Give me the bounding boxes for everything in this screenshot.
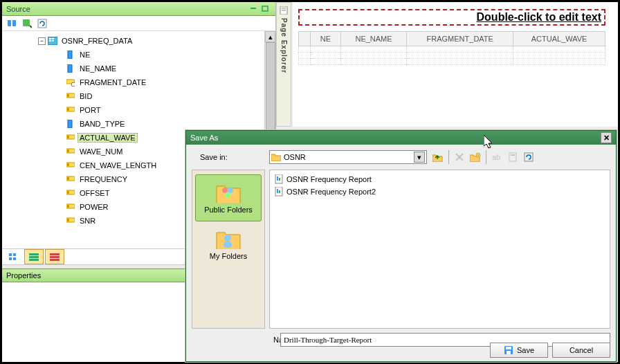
rename-icon: ab bbox=[490, 150, 504, 164]
svg-rect-2 bbox=[8, 20, 11, 26]
file-item[interactable]: OSNR Frequency Report bbox=[273, 173, 607, 185]
column-icon bbox=[66, 216, 75, 226]
table-row[interactable] bbox=[299, 53, 605, 59]
sidebar-folder-label: My Folders bbox=[195, 252, 262, 260]
file-item-label: OSNR Frequency Report2 bbox=[286, 188, 376, 196]
tree-item-label: FRAGMENT_DATE bbox=[78, 78, 148, 87]
table-column-header[interactable]: ACTUAL_WAVE bbox=[513, 32, 605, 46]
tree-item[interactable]: BAND_TYPE bbox=[3, 117, 274, 131]
column-icon bbox=[66, 119, 75, 129]
restore-button[interactable] bbox=[260, 4, 271, 14]
report-table[interactable]: NENE_NAMEFRAGMENT_DATEACTUAL_WAVE bbox=[298, 31, 605, 65]
refresh-icon[interactable] bbox=[522, 150, 536, 164]
svg-point-52 bbox=[222, 188, 228, 193]
title-placeholder-area[interactable]: Double-click to edit text bbox=[298, 9, 605, 26]
title-placeholder-text: Double-click to edit text bbox=[477, 11, 601, 23]
cancel-button-label: Cancel bbox=[569, 346, 593, 354]
collapse-icon[interactable]: − bbox=[38, 37, 46, 45]
save-button[interactable]: Save bbox=[490, 343, 548, 358]
svg-rect-29 bbox=[67, 191, 69, 194]
table-corner bbox=[299, 32, 311, 46]
tab-source-3[interactable] bbox=[45, 249, 64, 264]
svg-rect-41 bbox=[50, 253, 60, 255]
minimize-button[interactable] bbox=[248, 4, 259, 14]
saveas-dialog: Save As ✕ Save in: OSNR ▾ bbox=[185, 130, 617, 362]
tree-item[interactable]: PORT bbox=[3, 103, 274, 117]
tree-root-label: OSNR_FREQ_DATA bbox=[60, 36, 134, 46]
table-icon bbox=[48, 36, 57, 46]
saveas-titlebar[interactable]: Save As ✕ bbox=[186, 131, 616, 145]
table-cell bbox=[311, 46, 341, 53]
table-row[interactable] bbox=[299, 59, 605, 65]
data-source-icon[interactable] bbox=[6, 18, 17, 29]
svg-rect-36 bbox=[9, 257, 12, 260]
svg-rect-35 bbox=[13, 253, 16, 256]
folder-sidebar: Public FoldersMy Folders bbox=[192, 170, 265, 329]
refresh-icon[interactable] bbox=[37, 18, 48, 29]
column-icon bbox=[66, 50, 75, 60]
svg-rect-38 bbox=[29, 253, 39, 255]
table-cell bbox=[311, 53, 341, 59]
tab-source-1[interactable] bbox=[3, 249, 23, 264]
tree-item-label: NE bbox=[78, 50, 92, 60]
close-icon[interactable]: ✕ bbox=[601, 132, 612, 143]
svg-rect-50 bbox=[511, 154, 515, 156]
tree-item[interactable]: NE_NAME bbox=[3, 62, 274, 75]
file-item[interactable]: OSNR Frequency Report2 bbox=[273, 185, 607, 198]
sidebar-folder-0[interactable]: Public Folders bbox=[195, 174, 262, 221]
svg-rect-19 bbox=[68, 120, 72, 128]
table-column-header[interactable]: NE_NAME bbox=[340, 32, 406, 46]
svg-rect-65 bbox=[507, 351, 511, 354]
report-canvas[interactable]: Double-click to edit text NENE_NAMEFRAGM… bbox=[293, 2, 618, 127]
tree-item-label: ACTUAL_WAVE bbox=[78, 133, 138, 143]
tab-source-2[interactable] bbox=[24, 249, 44, 264]
table-column-header[interactable]: NE bbox=[311, 32, 341, 46]
up-folder-icon[interactable] bbox=[431, 150, 445, 164]
delete-icon bbox=[453, 150, 466, 164]
folder-icon bbox=[271, 153, 281, 161]
new-folder-icon[interactable] bbox=[468, 150, 482, 164]
svg-rect-40 bbox=[29, 259, 39, 261]
source-header: Source bbox=[2, 2, 275, 16]
scroll-thumb[interactable] bbox=[266, 42, 275, 139]
tree-item[interactable]: FRAGMENT_DATE bbox=[3, 75, 274, 89]
svg-rect-46 bbox=[282, 10, 286, 11]
properties-icon bbox=[506, 150, 520, 164]
scroll-up-icon[interactable]: ▴ bbox=[265, 31, 275, 42]
sidebar-folder-label: Public Folders bbox=[196, 206, 261, 214]
file-list[interactable]: OSNR Frequency ReportOSNR Frequency Repo… bbox=[269, 170, 610, 329]
table-cell bbox=[513, 59, 605, 65]
svg-rect-1 bbox=[262, 6, 268, 11]
cancel-button[interactable]: Cancel bbox=[552, 343, 610, 358]
tree-root[interactable]: −OSNR_FREQ_DATA bbox=[3, 34, 274, 48]
table-column-header[interactable]: FRAGMENT_DATE bbox=[407, 32, 513, 46]
tree-item[interactable]: NE bbox=[3, 48, 274, 62]
svg-rect-25 bbox=[67, 163, 69, 166]
svg-rect-56 bbox=[224, 242, 232, 248]
column-icon bbox=[66, 174, 75, 184]
svg-rect-11 bbox=[68, 51, 72, 59]
table-cell bbox=[340, 59, 406, 65]
svg-rect-59 bbox=[279, 178, 280, 181]
chevron-down-icon[interactable]: ▾ bbox=[414, 152, 425, 163]
column-icon bbox=[66, 161, 75, 170]
svg-rect-61 bbox=[277, 189, 278, 193]
table-cell bbox=[340, 46, 406, 53]
tree-item[interactable]: BID bbox=[3, 89, 274, 103]
page-explorer-tab[interactable]: Page Explorer bbox=[276, 2, 291, 127]
sidebar-folder-1[interactable]: My Folders bbox=[195, 221, 262, 267]
svg-rect-5 bbox=[38, 19, 46, 28]
save-in-combo[interactable]: OSNR ▾ bbox=[269, 150, 427, 164]
folder-group-icon bbox=[215, 226, 242, 249]
column-icon bbox=[66, 188, 75, 198]
table-row[interactable] bbox=[299, 46, 605, 53]
tree-item-label: CEN_WAVE_LENGTH bbox=[78, 161, 158, 170]
column-icon bbox=[66, 105, 75, 115]
svg-point-54 bbox=[225, 192, 230, 198]
column-icon bbox=[66, 147, 75, 156]
source-title: Source bbox=[6, 5, 246, 13]
tree-item-label: BAND_TYPE bbox=[78, 119, 127, 129]
svg-rect-23 bbox=[67, 149, 69, 152]
saveas-toolbar: ab bbox=[431, 150, 536, 164]
add-icon[interactable] bbox=[21, 18, 33, 29]
